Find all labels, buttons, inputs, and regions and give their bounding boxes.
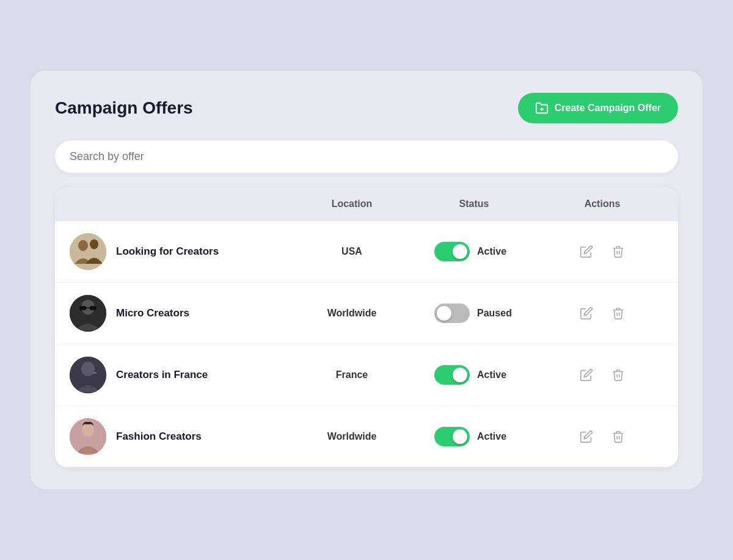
page-header: Campaign Offers Create Campaign Offer xyxy=(55,93,678,123)
avatar-image xyxy=(70,418,106,455)
status-cell: Active xyxy=(407,427,541,446)
location-cell: Worldwide xyxy=(297,308,407,319)
svg-rect-2 xyxy=(70,233,106,270)
col-location-header: Location xyxy=(297,198,407,209)
edit-icon xyxy=(580,245,593,258)
table-row: Micro Creators Worldwide Paused xyxy=(55,283,678,344)
status-text: Active xyxy=(477,369,514,380)
folder-plus-icon xyxy=(535,101,549,115)
col-name-header xyxy=(70,198,297,209)
svg-point-4 xyxy=(90,239,98,249)
status-text: Active xyxy=(477,431,514,442)
col-actions-header: Actions xyxy=(541,198,663,209)
status-toggle[interactable] xyxy=(434,304,470,323)
toggle-knob xyxy=(453,244,467,259)
table-header: Location Status Actions xyxy=(55,187,678,221)
svg-point-3 xyxy=(78,240,88,251)
edit-button[interactable] xyxy=(576,365,597,385)
avatar xyxy=(70,295,106,332)
offer-cell: Micro Creators xyxy=(70,295,297,332)
avatar-image xyxy=(70,233,106,270)
avatar-image xyxy=(70,357,106,393)
create-button-label: Create Campaign Offer xyxy=(555,103,661,114)
offer-name: Micro Creators xyxy=(116,307,189,319)
delete-button[interactable] xyxy=(608,303,629,324)
edit-icon xyxy=(580,430,593,443)
delete-button[interactable] xyxy=(608,241,629,262)
status-cell: Paused xyxy=(407,304,541,323)
avatar xyxy=(70,357,106,393)
offers-table: Location Status Actions Looking for Cre xyxy=(55,187,678,467)
table-row: Creators in France France Active xyxy=(55,344,678,406)
status-cell: Active xyxy=(407,365,541,385)
edit-button[interactable] xyxy=(576,426,597,447)
svg-point-11 xyxy=(81,362,95,376)
status-text: Active xyxy=(477,246,514,257)
avatar-image xyxy=(70,295,106,332)
svg-rect-7 xyxy=(79,306,86,310)
table-row: Fashion Creators Worldwide Active xyxy=(55,406,678,467)
trash-icon xyxy=(611,368,625,382)
actions-cell xyxy=(541,365,663,385)
search-bar xyxy=(55,140,678,173)
trash-icon xyxy=(611,307,625,320)
edit-icon xyxy=(580,368,593,382)
edit-button[interactable] xyxy=(576,241,597,262)
offer-name: Creators in France xyxy=(116,369,208,381)
status-toggle[interactable] xyxy=(434,427,470,446)
avatar xyxy=(70,233,106,270)
offer-name: Fashion Creators xyxy=(116,431,202,443)
actions-cell xyxy=(541,241,663,262)
location-cell: France xyxy=(297,369,407,380)
create-campaign-button[interactable]: Create Campaign Offer xyxy=(518,93,678,123)
location-cell: Worldwide xyxy=(297,431,407,442)
actions-cell xyxy=(541,303,663,324)
search-input[interactable] xyxy=(70,150,663,163)
trash-icon xyxy=(611,430,625,443)
table-row: Looking for Creators USA Active xyxy=(55,221,678,283)
toggle-knob xyxy=(437,306,451,321)
location-cell: USA xyxy=(297,246,407,257)
edit-icon xyxy=(580,307,593,320)
trash-icon xyxy=(611,245,625,258)
toggle-knob xyxy=(453,429,467,444)
status-cell: Active xyxy=(407,242,541,261)
svg-rect-8 xyxy=(90,306,97,310)
offer-name: Looking for Creators xyxy=(116,245,219,258)
delete-button[interactable] xyxy=(608,365,629,385)
status-toggle[interactable] xyxy=(434,365,470,385)
status-text: Paused xyxy=(477,308,514,319)
offer-cell: Fashion Creators xyxy=(70,418,297,455)
main-container: Campaign Offers Create Campaign Offer Lo… xyxy=(31,71,702,489)
delete-button[interactable] xyxy=(608,426,629,447)
status-toggle[interactable] xyxy=(434,242,470,261)
toggle-knob xyxy=(453,368,467,382)
offer-cell: Looking for Creators xyxy=(70,233,297,270)
col-status-header: Status xyxy=(407,198,541,209)
avatar xyxy=(70,418,106,455)
page-title: Campaign Offers xyxy=(55,98,193,118)
offer-cell: Creators in France xyxy=(70,357,297,393)
svg-point-13 xyxy=(82,423,94,437)
edit-button[interactable] xyxy=(576,303,597,324)
actions-cell xyxy=(541,426,663,447)
